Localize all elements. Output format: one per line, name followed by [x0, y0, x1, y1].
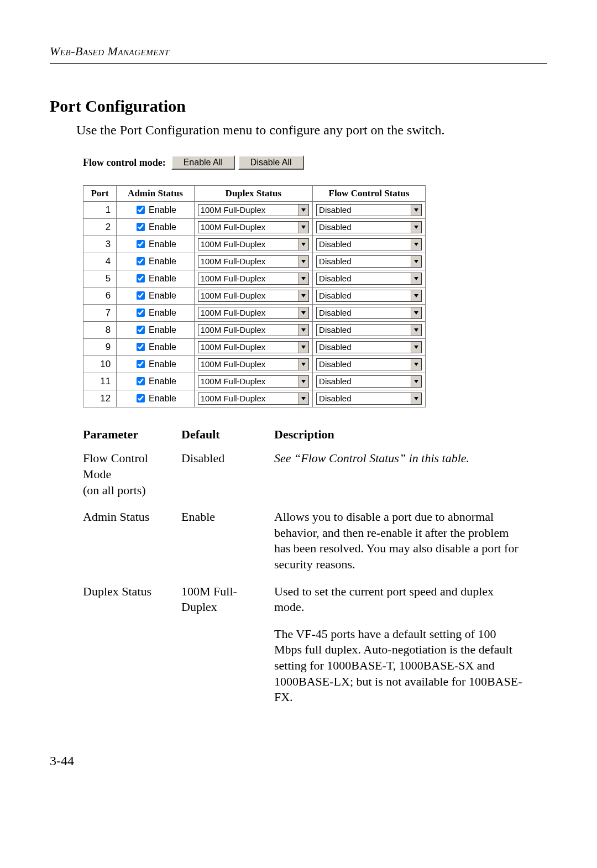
admin-enable-checkbox[interactable]: Enable: [134, 221, 176, 233]
flow-control-select[interactable]: Disabled: [316, 238, 422, 250]
svg-marker-10: [301, 294, 306, 297]
duplex-select[interactable]: 100M Full-Duplex: [198, 307, 309, 319]
duplex-select[interactable]: 100M Full-Duplex: [198, 290, 309, 302]
port-number: 11: [83, 373, 117, 390]
duplex-value: 100M Full-Duplex: [198, 290, 298, 301]
table-row: 12Enable100M Full-DuplexDisabled: [83, 390, 426, 407]
table-row: 4Enable100M Full-DuplexDisabled: [83, 253, 426, 270]
enable-checkbox[interactable]: [137, 223, 145, 231]
duplex-select[interactable]: 100M Full-Duplex: [198, 238, 309, 250]
chevron-down-icon[interactable]: [298, 359, 308, 370]
svg-marker-7: [414, 260, 418, 263]
param-description: Used to set the current port speed and d…: [274, 581, 536, 623]
duplex-select[interactable]: 100M Full-Duplex: [198, 221, 309, 233]
param-head-description: Description: [274, 427, 536, 447]
duplex-select[interactable]: 100M Full-Duplex: [198, 255, 309, 268]
admin-enable-checkbox[interactable]: Enable: [134, 255, 176, 267]
admin-enable-checkbox[interactable]: Enable: [134, 238, 176, 250]
chevron-down-icon[interactable]: [298, 342, 308, 353]
duplex-select[interactable]: 100M Full-Duplex: [198, 204, 309, 216]
chevron-down-icon[interactable]: [298, 239, 308, 250]
flow-value: Disabled: [317, 376, 411, 387]
enable-checkbox[interactable]: [137, 257, 145, 265]
flow-control-select[interactable]: Disabled: [316, 221, 422, 233]
duplex-select[interactable]: 100M Full-Duplex: [198, 341, 309, 353]
chevron-down-icon[interactable]: [298, 376, 308, 387]
chevron-down-icon[interactable]: [298, 273, 308, 284]
chevron-down-icon[interactable]: [411, 376, 421, 387]
chevron-down-icon[interactable]: [411, 307, 421, 318]
flow-control-select[interactable]: Disabled: [316, 255, 422, 268]
col-duplex-status: Duplex Status: [194, 186, 312, 202]
chevron-down-icon[interactable]: [298, 325, 308, 336]
enable-checkbox[interactable]: [137, 274, 145, 283]
admin-enable-checkbox[interactable]: Enable: [134, 341, 176, 353]
enable-checkbox[interactable]: [137, 394, 145, 402]
param-default: [181, 623, 274, 713]
admin-enable-checkbox[interactable]: Enable: [134, 324, 176, 336]
enable-checkbox[interactable]: [137, 291, 145, 300]
param-default: Enable: [181, 506, 274, 580]
port-number: 7: [83, 305, 117, 322]
admin-enable-checkbox[interactable]: Enable: [134, 393, 176, 404]
chevron-down-icon[interactable]: [298, 307, 308, 318]
param-description: Allows you to disable a port due to abno…: [274, 506, 536, 580]
chevron-down-icon[interactable]: [298, 222, 308, 233]
duplex-select[interactable]: 100M Full-Duplex: [198, 324, 309, 336]
chevron-down-icon[interactable]: [411, 256, 421, 267]
enable-checkbox[interactable]: [137, 360, 145, 368]
chevron-down-icon[interactable]: [411, 205, 421, 216]
param-name: Duplex Status: [83, 581, 181, 623]
duplex-select[interactable]: 100M Full-Duplex: [198, 358, 309, 370]
enable-all-button[interactable]: Enable All: [171, 155, 235, 170]
running-header: Web-Based Management: [50, 44, 547, 59]
disable-all-button[interactable]: Disable All: [238, 155, 304, 170]
admin-enable-checkbox[interactable]: Enable: [134, 358, 176, 370]
svg-marker-4: [301, 243, 306, 246]
enable-checkbox[interactable]: [137, 240, 145, 248]
admin-enable-checkbox[interactable]: Enable: [134, 290, 176, 301]
port-number: 5: [83, 270, 117, 287]
flow-control-select[interactable]: Disabled: [316, 204, 422, 216]
admin-enable-checkbox[interactable]: Enable: [134, 273, 176, 284]
admin-enable-checkbox[interactable]: Enable: [134, 307, 176, 318]
port-config-table: Port Admin Status Duplex Status Flow Con…: [83, 185, 426, 407]
duplex-value: 100M Full-Duplex: [198, 325, 298, 336]
chevron-down-icon[interactable]: [298, 205, 308, 216]
table-row: 1Enable100M Full-DuplexDisabled: [83, 202, 426, 219]
chevron-down-icon[interactable]: [411, 290, 421, 301]
flow-control-select[interactable]: Disabled: [316, 307, 422, 319]
chevron-down-icon[interactable]: [411, 222, 421, 233]
enable-checkbox[interactable]: [137, 206, 145, 214]
enable-checkbox[interactable]: [137, 377, 145, 385]
svg-marker-2: [301, 226, 306, 229]
admin-enable-checkbox[interactable]: Enable: [134, 375, 176, 387]
duplex-select[interactable]: 100M Full-Duplex: [198, 273, 309, 285]
svg-marker-16: [301, 346, 306, 349]
enable-checkbox[interactable]: [137, 308, 145, 317]
flow-control-select[interactable]: Disabled: [316, 324, 422, 336]
duplex-select[interactable]: 100M Full-Duplex: [198, 393, 309, 405]
port-number: 1: [83, 202, 117, 219]
enable-label: Enable: [149, 308, 176, 318]
duplex-select[interactable]: 100M Full-Duplex: [198, 375, 309, 388]
chevron-down-icon[interactable]: [411, 393, 421, 404]
chevron-down-icon[interactable]: [411, 359, 421, 370]
chevron-down-icon[interactable]: [411, 273, 421, 284]
enable-checkbox[interactable]: [137, 343, 145, 351]
chevron-down-icon[interactable]: [411, 342, 421, 353]
chevron-down-icon[interactable]: [411, 325, 421, 336]
chevron-down-icon[interactable]: [411, 239, 421, 250]
flow-control-select[interactable]: Disabled: [316, 375, 422, 388]
flow-control-select[interactable]: Disabled: [316, 273, 422, 285]
flow-control-select[interactable]: Disabled: [316, 290, 422, 302]
enable-checkbox[interactable]: [137, 326, 145, 334]
chevron-down-icon[interactable]: [298, 393, 308, 404]
flow-control-select[interactable]: Disabled: [316, 393, 422, 405]
chevron-down-icon[interactable]: [298, 290, 308, 301]
flow-control-select[interactable]: Disabled: [316, 341, 422, 353]
flow-control-select[interactable]: Disabled: [316, 358, 422, 370]
chevron-down-icon[interactable]: [298, 256, 308, 267]
admin-enable-checkbox[interactable]: Enable: [134, 204, 176, 216]
param-description: See “Flow Control Status” in this table.: [274, 447, 536, 506]
